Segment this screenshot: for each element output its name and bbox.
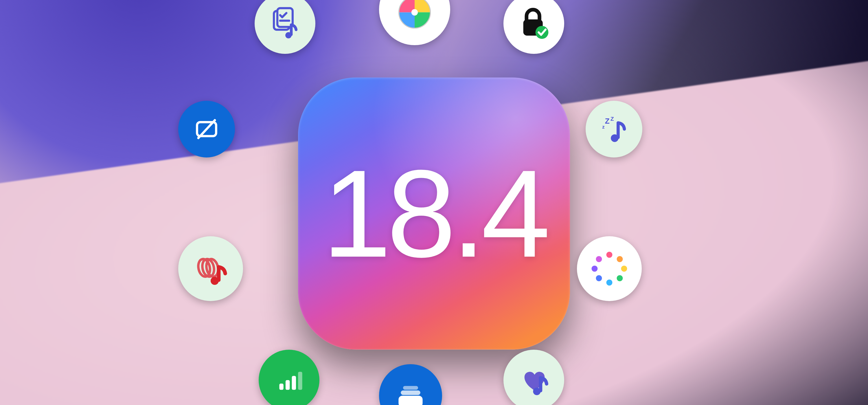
svg-point-26 bbox=[596, 256, 602, 262]
version-tile: 18.4 bbox=[298, 77, 570, 349]
svg-rect-31 bbox=[403, 386, 418, 390]
svg-point-14 bbox=[611, 134, 618, 142]
svg-point-3 bbox=[285, 32, 292, 38]
svg-rect-28 bbox=[286, 380, 290, 390]
beachball-icon bbox=[379, 0, 450, 45]
svg-rect-30 bbox=[298, 372, 302, 390]
checklist-music-icon bbox=[255, 0, 315, 54]
svg-rect-33 bbox=[398, 396, 423, 405]
svg-rect-29 bbox=[292, 376, 296, 390]
svg-text:z: z bbox=[602, 124, 604, 130]
svg-point-22 bbox=[617, 275, 623, 281]
sleep-music-icon: Z Z z bbox=[586, 101, 642, 157]
color-dots-ring-icon bbox=[577, 236, 642, 301]
svg-rect-32 bbox=[401, 390, 421, 395]
svg-point-5 bbox=[411, 9, 418, 15]
svg-point-19 bbox=[607, 252, 613, 258]
svg-point-20 bbox=[617, 256, 623, 262]
version-number: 18.4 bbox=[298, 77, 570, 349]
svg-point-23 bbox=[607, 280, 613, 286]
svg-point-24 bbox=[596, 275, 602, 281]
svg-point-21 bbox=[621, 266, 627, 272]
svg-point-34 bbox=[533, 387, 540, 395]
svg-point-25 bbox=[592, 266, 598, 272]
screen-off-icon bbox=[178, 101, 235, 157]
svg-point-18 bbox=[211, 277, 219, 285]
svg-text:Z: Z bbox=[605, 117, 610, 125]
svg-text:Z: Z bbox=[611, 116, 614, 122]
svg-rect-27 bbox=[279, 383, 283, 390]
promo-stage: 18.4 bbox=[0, 0, 868, 405]
lock-verified-icon bbox=[503, 0, 564, 54]
coils-music-icon bbox=[178, 236, 243, 301]
